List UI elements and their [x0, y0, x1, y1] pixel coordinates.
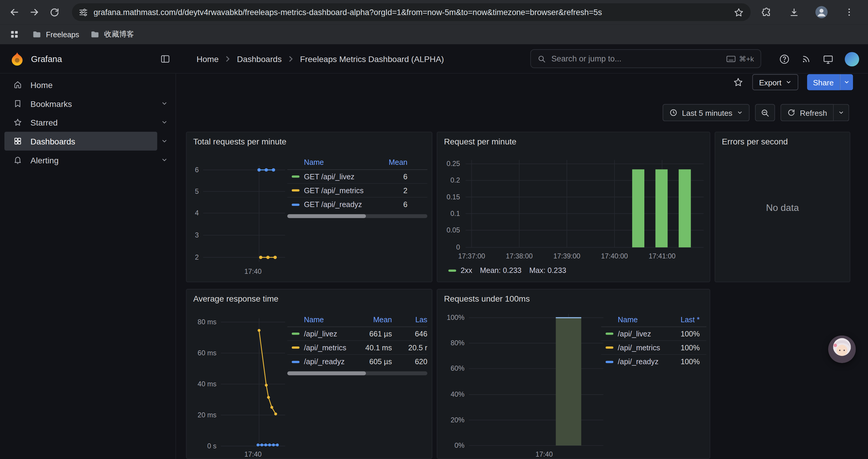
bookmark-label: 收藏博客	[104, 29, 134, 39]
chart-legend: 2xx Mean: 0.233 Max: 0.233	[444, 266, 566, 274]
legend-header-mean[interactable]: Mean	[372, 158, 407, 167]
legend-header-name[interactable]: Name	[304, 316, 358, 324]
favorite-star-icon[interactable]	[733, 77, 744, 88]
refresh-interval-button[interactable]	[834, 104, 849, 121]
legend-header-last[interactable]: Las	[392, 316, 428, 324]
legend-row[interactable]: GET /api/_readyz 6	[287, 198, 427, 211]
time-controls: Last 5 minutes Refresh	[663, 104, 849, 121]
share-button-group: Share	[807, 74, 853, 90]
chevron-down-icon[interactable]	[157, 151, 172, 169]
sidebar-toggle-icon[interactable]	[160, 54, 171, 64]
refresh-button[interactable]: Refresh	[780, 104, 834, 121]
back-icon[interactable]	[6, 4, 22, 20]
browser-toolbar: grafana.mathmast.com/d/deytv4rwavabkb/fr…	[0, 0, 868, 24]
assistant-avatar[interactable]	[828, 335, 856, 363]
search-box[interactable]: ⌘+k	[530, 49, 761, 68]
legend-row[interactable]: /api/_livez 100%	[601, 327, 706, 341]
zoom-out-button[interactable]	[755, 104, 775, 121]
legend-header-last[interactable]: Last *	[661, 316, 700, 324]
bookmark-item[interactable]: Freeleaps	[27, 27, 85, 42]
legend-row[interactable]: /api/_livez 661 µs 646	[287, 327, 427, 341]
extensions-icon[interactable]	[758, 4, 774, 20]
user-avatar[interactable]	[845, 52, 859, 66]
svg-text:17:40: 17:40	[244, 451, 262, 458]
grafana-header: Grafana Home Dashboards Freeleaps Metric…	[0, 44, 868, 73]
search-shortcut: ⌘+k	[726, 55, 754, 63]
time-range-picker[interactable]: Last 5 minutes	[663, 104, 749, 121]
svg-text:0.15: 0.15	[446, 193, 460, 201]
legend-row[interactable]: /api/_readyz 100%	[601, 355, 706, 369]
panel-title[interactable]: Total requests per minute	[193, 137, 286, 146]
svg-text:60 ms: 60 ms	[198, 349, 217, 357]
sidebar-item-label: Alerting	[30, 155, 59, 165]
browser-menu-icon[interactable]	[841, 4, 857, 20]
profile-avatar[interactable]	[814, 4, 829, 20]
legend-header-name[interactable]: Name	[618, 316, 661, 324]
grafana-logo[interactable]	[10, 52, 25, 66]
folder-icon	[90, 30, 100, 39]
series-max: Max: 0.233	[529, 266, 566, 274]
panel-title[interactable]: Average response time	[193, 294, 279, 303]
reload-icon[interactable]	[46, 4, 62, 20]
bell-icon	[13, 156, 22, 165]
refresh-button-group: Refresh	[780, 104, 849, 121]
chevron-down-icon[interactable]	[157, 113, 172, 132]
export-button[interactable]: Export	[752, 74, 798, 90]
news-rss-icon[interactable]	[801, 54, 812, 64]
panel-title[interactable]: Errors per second	[722, 137, 788, 146]
sidebar-item-dashboards: Dashboards	[4, 132, 172, 151]
dashboard-toolbar: Export Share	[733, 74, 853, 90]
panel-errors-per-second: Errors per second No data	[715, 132, 850, 282]
chevron-down-icon[interactable]	[157, 132, 172, 151]
panel-title[interactable]: Request per minute	[444, 137, 517, 146]
requests-under-100ms-chart[interactable]: 100% 80% 60% 40% 20% 0% 17:40	[437, 308, 609, 459]
bookmark-item[interactable]: 收藏博客	[85, 27, 140, 42]
apps-grid-icon[interactable]	[6, 27, 22, 42]
chevron-down-icon	[737, 109, 743, 116]
legend-scrollbar[interactable]	[287, 371, 427, 375]
legend-row[interactable]: GET /api/_livez 6	[287, 170, 427, 184]
svg-text:0%: 0%	[454, 441, 464, 449]
brand-name: Grafana	[31, 44, 62, 73]
legend-row[interactable]: /api/_readyz 605 µs 620	[287, 355, 427, 369]
series-color-dash	[606, 333, 613, 335]
avg-response-time-chart[interactable]: 80 ms 60 ms 40 ms 20 ms 0 s 17:40	[186, 308, 293, 459]
svg-text:60%: 60%	[451, 364, 464, 372]
search-icon	[537, 55, 546, 63]
panel-title[interactable]: Requests under 100ms	[444, 294, 530, 303]
total-requests-chart[interactable]: 6 5 4 3 2 17:40	[186, 151, 293, 282]
site-settings-icon[interactable]	[79, 7, 88, 17]
legend-row[interactable]: /api/_metrics 100%	[601, 341, 706, 355]
search-input[interactable]	[551, 54, 726, 63]
legend-row[interactable]: GET /api/_metrics 2	[287, 184, 427, 198]
star-icon	[13, 118, 22, 127]
monitor-icon[interactable]	[823, 54, 833, 64]
address-bar[interactable]: grafana.mathmast.com/d/deytv4rwavabkb/fr…	[72, 3, 751, 21]
svg-text:17:40: 17:40	[536, 451, 553, 458]
chevron-down-icon[interactable]	[157, 94, 172, 113]
panel-total-requests: Total requests per minute 6 5 4 3 2 17:4…	[186, 132, 433, 282]
series-color-dash	[448, 269, 456, 271]
downloads-icon[interactable]	[786, 4, 802, 20]
breadcrumb-home[interactable]: Home	[196, 54, 219, 64]
bookmark-star-icon[interactable]	[734, 7, 744, 18]
forward-icon[interactable]	[27, 4, 42, 20]
url-text[interactable]: grafana.mathmast.com/d/deytv4rwavabkb/fr…	[94, 8, 734, 17]
help-icon[interactable]	[779, 54, 790, 64]
share-menu-button[interactable]	[840, 74, 853, 90]
share-button[interactable]: Share	[807, 74, 840, 90]
legend-row[interactable]: /api/_metrics 40.1 ms 20.5 r	[287, 341, 427, 355]
series-name[interactable]: 2xx	[461, 266, 472, 274]
legend-header-name[interactable]: Name	[304, 158, 372, 167]
svg-text:17:38:00: 17:38:00	[506, 252, 533, 260]
breadcrumb-dashboards[interactable]: Dashboards	[237, 54, 282, 64]
series-color-dash	[291, 203, 299, 205]
legend-scrollbar[interactable]	[287, 214, 427, 218]
svg-text:0.05: 0.05	[446, 226, 460, 234]
svg-text:20 ms: 20 ms	[198, 411, 217, 419]
sidebar-item-label: Home	[30, 80, 53, 90]
svg-text:0.2: 0.2	[451, 176, 460, 184]
svg-text:17:40: 17:40	[244, 268, 262, 275]
request-per-minute-chart[interactable]: 0.25 0.2 0.15 0.1 0.05 0 17:37:00 17:38:…	[437, 151, 710, 265]
legend-header-mean[interactable]: Mean	[358, 316, 392, 324]
